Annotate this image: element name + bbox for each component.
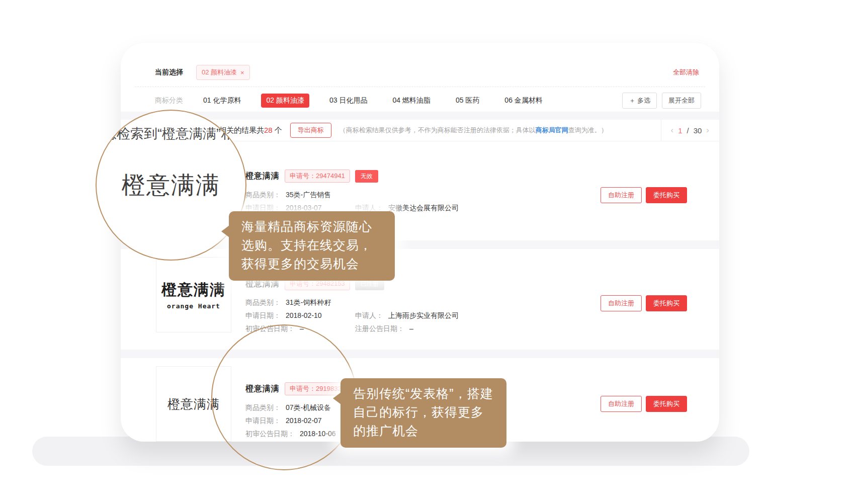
apply-date-value: 2018-03-07 bbox=[286, 204, 322, 212]
close-icon[interactable]: × bbox=[240, 69, 244, 76]
category-item-04[interactable]: 04 燃料油脂 bbox=[387, 94, 435, 108]
category-cell-value: 35类-广告销售 bbox=[286, 191, 331, 199]
divider bbox=[135, 87, 705, 87]
multi-select-button[interactable]: ＋ 多选 bbox=[622, 93, 657, 109]
page: 当前选择 02 颜料油漆 × 全部清除 商标分类 01 化学原料 02 颜料油漆… bbox=[0, 0, 853, 504]
category-row: 商标分类 01 化学原料 02 颜料油漆 03 日化用品 04 燃料油脂 05 … bbox=[155, 92, 701, 109]
applicant-label: 申请人： bbox=[355, 204, 383, 212]
results-count: 28 bbox=[264, 126, 273, 134]
trademark-office-link[interactable]: 商标局官网 bbox=[536, 126, 568, 134]
apply-date-label: 申请日期： bbox=[245, 311, 281, 319]
selected-filter-tag-text: 02 颜料油漆 bbox=[202, 68, 237, 77]
category-item-02-active[interactable]: 02 颜料油漆 bbox=[261, 94, 309, 108]
apply-date-cell: 申请日期：2018-02-10 bbox=[245, 310, 355, 320]
applicant-cell: 申请人：上海雨步实业有限公司 bbox=[355, 310, 459, 320]
trademark-image-subtext: orange Heart bbox=[167, 302, 220, 310]
apply-date-value: 2018-02-10 bbox=[286, 311, 322, 319]
row-actions: 自助注册 委托购买 bbox=[601, 396, 687, 412]
filters-section: 当前选择 02 颜料油漆 × 全部清除 商标分类 01 化学原料 02 颜料油漆… bbox=[121, 43, 719, 112]
disclaimer: （商标检索结果仅供参考，不作为商标能否注册的法律依据；具体以商标局官网查询为准。… bbox=[339, 126, 608, 135]
category-cell-value: 31类-饲料种籽 bbox=[286, 298, 331, 306]
tooltip-promotion: 告别传统“发表格”，搭建自己的标行，获得更多的推广机会 bbox=[340, 378, 506, 448]
trademark-name[interactable]: 橙意满满 bbox=[245, 171, 280, 182]
self-register-button[interactable]: 自助注册 bbox=[601, 187, 642, 203]
application-number-value: 29474941 bbox=[316, 172, 345, 180]
applicant-value: 安徽美达会展有限公司 bbox=[388, 204, 459, 212]
trademark-image-text: 橙意满满 bbox=[161, 280, 226, 300]
category-label: 商标分类 bbox=[155, 96, 183, 105]
current-selection-row: 当前选择 02 颜料油漆 × 全部清除 bbox=[155, 65, 699, 80]
disclaimer-suffix: 查询为准。） bbox=[568, 126, 608, 134]
pagination-current: 1 bbox=[678, 126, 682, 135]
apply-date-label: 申请日期： bbox=[245, 204, 281, 212]
reg-notice-label: 注册公告日期： bbox=[355, 324, 404, 332]
current-selection-label: 当前选择 bbox=[155, 68, 183, 77]
application-number-label: 申请号： bbox=[290, 172, 316, 180]
category-actions: ＋ 多选 展开全部 bbox=[622, 93, 701, 109]
row-actions: 自助注册 委托购买 bbox=[601, 187, 687, 203]
category-item-06[interactable]: 06 金属材料 bbox=[499, 94, 547, 108]
entrust-purchase-button[interactable]: 委托购买 bbox=[646, 295, 687, 311]
application-number-label: 申请号： bbox=[290, 280, 316, 287]
chevron-left-icon[interactable]: ‹ bbox=[670, 125, 673, 135]
category-cell-label: 商品类别： bbox=[245, 298, 281, 306]
clear-all-button[interactable]: 全部清除 bbox=[673, 68, 699, 77]
trademark-image: 橙意满满 orange Heart bbox=[156, 257, 231, 332]
category-item-05[interactable]: 05 医药 bbox=[451, 94, 484, 108]
row-actions: 自助注册 委托购买 bbox=[601, 295, 687, 311]
expand-all-button[interactable]: 展开全部 bbox=[662, 93, 701, 109]
category-item-01[interactable]: 01 化学原料 bbox=[198, 94, 246, 108]
selected-filter-tag[interactable]: 02 颜料油漆 × bbox=[196, 65, 250, 80]
pagination-total: 30 bbox=[694, 126, 702, 135]
category-cell: 商品类别：31类-饲料种籽 bbox=[245, 297, 459, 307]
applicant-value: 上海雨步实业有限公司 bbox=[388, 311, 459, 319]
self-register-button[interactable]: 自助注册 bbox=[601, 295, 642, 311]
reg-notice-cell: 注册公告日期：– bbox=[355, 323, 459, 333]
application-number-tag: 申请号：29474941 bbox=[285, 170, 350, 183]
tooltip-marketplace: 海量精品商标资源随心选购。支持在线交易，获得更多的交易机会 bbox=[229, 211, 395, 281]
self-register-button[interactable]: 自助注册 bbox=[601, 396, 642, 412]
category-item-03[interactable]: 03 日化用品 bbox=[324, 94, 372, 108]
chevron-right-icon[interactable]: › bbox=[706, 125, 709, 135]
category-cell-label: 商品类别： bbox=[245, 191, 281, 199]
export-trademarks-button[interactable]: 导出商标 bbox=[290, 123, 331, 138]
entrust-purchase-button[interactable]: 委托购买 bbox=[646, 396, 687, 412]
magnified-trademark-text: 橙意满满 bbox=[122, 170, 220, 201]
pagination-separator: / bbox=[687, 126, 689, 135]
applicant-label: 申请人： bbox=[355, 311, 383, 319]
table-row: 橙意满满 orange Heart 橙意满满 申请号：29482153 已注册 … bbox=[121, 249, 719, 350]
category-cell: 商品类别：35类-广告销售 bbox=[245, 190, 459, 200]
status-badge: 无效 bbox=[355, 170, 378, 183]
entrust-purchase-button[interactable]: 委托购买 bbox=[646, 187, 687, 203]
results-unit: 个 bbox=[273, 126, 282, 134]
pagination: ‹ 1 / 30 › bbox=[661, 120, 709, 141]
reg-notice-value: – bbox=[409, 324, 413, 332]
application-number-value: 29482153 bbox=[316, 280, 345, 287]
disclaimer-prefix: （商标检索结果仅供参考，不作为商标能否注册的法律依据；具体以 bbox=[339, 126, 536, 134]
magnifier-circle: 为您检索到“橙意满满”相关的结果共 橙意满满 bbox=[96, 110, 246, 261]
